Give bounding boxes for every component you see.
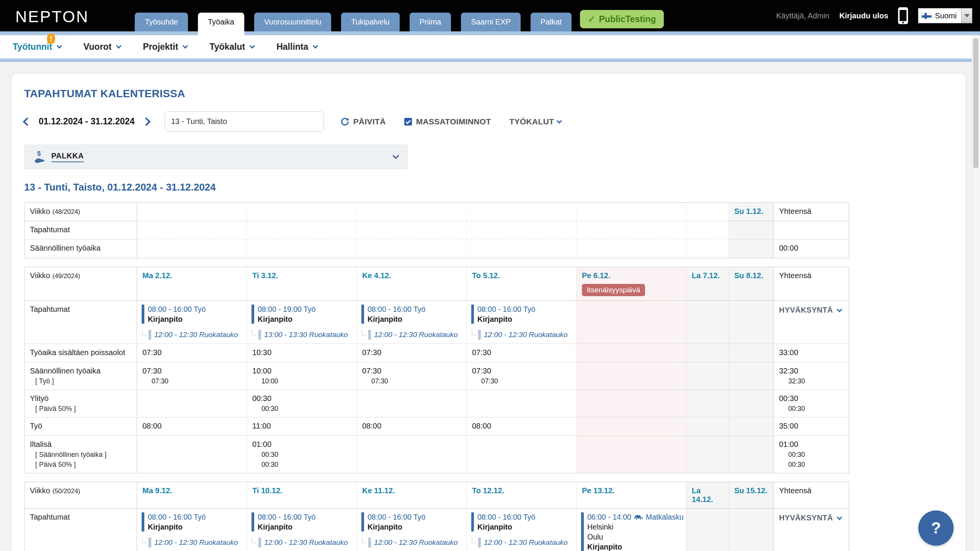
events-cell: 08:00 - 19:00 TyöKirjanpito13:00 - 13:30… xyxy=(247,301,357,344)
day-header-label: Su 15.12. xyxy=(734,486,768,495)
event[interactable]: 08:00 - 16:00 TyöKirjanpito xyxy=(252,512,352,531)
event[interactable]: 08:00 - 16:00 TyöKirjanpito xyxy=(471,305,572,324)
events-cell xyxy=(247,221,357,240)
break-event[interactable]: 13:00 - 13:30 Ruokatauko xyxy=(252,330,352,340)
tab-tukipalvelu[interactable]: Tukipalvelu xyxy=(341,13,399,31)
row-label-cell: Työaika sisältäen poissaolot xyxy=(24,344,137,362)
nepton-logo[interactable]: NEPTON xyxy=(15,8,89,26)
day-header-cell[interactable]: Su 15.12. xyxy=(729,482,774,509)
value: 01:00 xyxy=(252,440,351,449)
events-cell: 08:00 - 16:00 TyöKirjanpito12:00 - 12:30… xyxy=(137,301,247,344)
event[interactable]: 08:00 - 19:00 TyöKirjanpito xyxy=(252,305,352,324)
language-select[interactable]: Suomi xyxy=(918,8,972,23)
day-header-cell[interactable]: Ti 3.12. xyxy=(247,267,357,301)
event[interactable]: 08:00 - 16:00 TyöKirjanpito xyxy=(142,512,242,531)
day-header-cell[interactable]: To 12.12. xyxy=(467,482,577,509)
day-header-cell[interactable]: La 7.12. xyxy=(686,267,729,301)
value-cell: 07:3007:30 xyxy=(467,362,577,390)
approval-dropdown[interactable]: HYVÄKSYNTÄ xyxy=(779,513,843,522)
refresh-button[interactable]: PÄIVITÄ xyxy=(340,117,386,127)
next-period-button[interactable] xyxy=(142,117,150,126)
help-button[interactable]: ? xyxy=(918,510,954,546)
day-header-cell[interactable]: To 5.12. xyxy=(467,267,577,301)
break-event[interactable]: 12:00 - 12:30 Ruokatauko xyxy=(361,330,462,340)
event-time-text: 08:00 - 16:00 Työ xyxy=(477,513,535,522)
week-label-cell: Viikko(50/2024) xyxy=(24,482,137,509)
value: 00:30 xyxy=(779,394,843,403)
day-header-cell[interactable]: Pe 13.12. xyxy=(577,482,686,509)
break-connector-icon xyxy=(362,538,366,543)
nav-item-työtunnit[interactable]: Työtunnit! xyxy=(13,42,61,52)
events-total-cell: HYVÄKSYNTÄ xyxy=(774,301,849,344)
day-header-cell[interactable]: Pe 6.12.Itsenäisyyspäivä xyxy=(577,267,686,301)
break-bar xyxy=(478,538,481,548)
nav-item-työkalut[interactable]: Työkalut xyxy=(209,42,254,52)
events-cell xyxy=(357,221,467,240)
nav-item-label: Työtunnit xyxy=(13,42,52,52)
total-header-cell: Yhteensä xyxy=(774,267,849,301)
break-event[interactable]: 12:00 - 12:30 Ruokatauko xyxy=(361,538,462,548)
person-filter-input[interactable] xyxy=(165,111,324,132)
logout-link[interactable]: Kirjaudu ulos xyxy=(840,11,889,20)
day-header-cell[interactable]: Ke 11.12. xyxy=(357,482,467,509)
week-number: (49/2024) xyxy=(52,272,80,280)
break-event[interactable]: 12:00 - 12:30 Ruokatauko xyxy=(142,330,242,340)
event[interactable]: 08:00 - 16:00 TyöKirjanpito xyxy=(361,512,462,531)
break-event[interactable]: 12:00 - 12:30 Ruokatauko xyxy=(471,330,572,340)
event-time: 08:00 - 16:00 Työ xyxy=(148,305,206,314)
nav-item-vuorot[interactable]: Vuorot xyxy=(83,42,121,52)
prev-period-button[interactable] xyxy=(23,117,32,126)
chevron-down-icon xyxy=(183,43,188,48)
break-event[interactable]: 12:00 - 12:30 Ruokatauko xyxy=(142,538,242,548)
scrollbar-thumb[interactable] xyxy=(973,38,978,168)
tab-työsuhde[interactable]: Työsuhde xyxy=(135,13,188,31)
day-header-cell[interactable]: Su 1.12. xyxy=(729,203,774,221)
date-range-label: 01.12.2024 - 31.12.2024 xyxy=(39,116,135,127)
event-body: 08:00 - 16:00 TyöKirjanpito xyxy=(368,512,425,531)
event[interactable]: 08:00 - 16:00 TyöKirjanpito xyxy=(361,305,462,324)
day-header-cell[interactable]: Ma 2.12. xyxy=(137,267,247,301)
value-cell: 10:0010:00 xyxy=(247,362,357,390)
day-header-label: Ke 11.12. xyxy=(362,486,461,495)
event[interactable]: 08:00 - 16:00 TyöKirjanpito xyxy=(142,305,242,324)
day-header-label: To 12.12. xyxy=(472,486,571,495)
day-header-cell[interactable]: Ma 9.12. xyxy=(137,482,247,509)
event-bar xyxy=(252,512,254,531)
mass-actions-button[interactable]: MASSATOIMINNOT xyxy=(403,117,491,126)
triangle-down-icon xyxy=(964,14,970,18)
tab-saarni-exp[interactable]: Saarni EXP xyxy=(461,13,520,31)
mobile-phone-icon[interactable] xyxy=(898,7,908,24)
event[interactable]: 08:00 - 16:00 TyöKirjanpito xyxy=(471,512,572,531)
day-header-cell[interactable]: Su 8.12. xyxy=(729,267,774,301)
day-header-cell[interactable]: Ti 10.12. xyxy=(247,482,357,509)
events-cell: 08:00 - 16:00 TyöKirjanpito12:00 - 12:30… xyxy=(137,509,247,551)
approval-dropdown[interactable]: HYVÄKSYNTÄ xyxy=(779,305,843,315)
palkka-section-header[interactable]: $ PALKKA xyxy=(24,145,408,169)
day-header-cell[interactable]: Ke 4.12. xyxy=(357,267,467,301)
scrollbar-track[interactable] xyxy=(972,35,980,551)
tab-vuorosuunnittelu[interactable]: Vuorosuunnittelu xyxy=(254,13,331,31)
break-label: 12:00 - 12:30 Ruokatauko xyxy=(484,331,568,339)
break-event[interactable]: 12:00 - 12:30 Ruokatauko xyxy=(471,538,572,548)
event-bar xyxy=(471,305,474,324)
total-header-label: Yhteensä xyxy=(779,271,812,280)
tools-dropdown-button[interactable]: TYÖKALUT xyxy=(510,117,562,126)
nav-item-projektit[interactable]: Projektit xyxy=(143,42,187,52)
tab-työaika[interactable]: Työaika xyxy=(198,13,244,36)
event-bar xyxy=(471,512,474,531)
event[interactable]: 06:00 - 14:00MatkalaskuHelsinkiOuluKirja… xyxy=(581,512,681,551)
value-cell xyxy=(729,417,774,436)
day-header-label: Ti 3.12. xyxy=(252,271,351,280)
public-testing-button[interactable]: ✓ PublicTesting xyxy=(580,10,663,28)
nav-item-hallinta[interactable]: Hallinta xyxy=(276,42,317,52)
calendar-tables: Viikko(48/2024)Su 1.12.YhteensäTapahtuma… xyxy=(24,202,953,551)
nav-item-label: Projektit xyxy=(143,42,178,52)
week-header-row: Viikko(49/2024)Ma 2.12.Ti 3.12.Ke 4.12.T… xyxy=(24,267,849,301)
event-bar xyxy=(142,512,144,531)
tab-palkat[interactable]: Palkat xyxy=(531,13,572,31)
day-header-cell[interactable]: La 14.12. xyxy=(686,482,729,509)
event-project: Kirjanpito xyxy=(258,523,315,531)
row-label-cell: Säännöllinen työaika[ Työ ] xyxy=(24,362,137,390)
tab-priima[interactable]: Priima xyxy=(410,13,451,31)
break-event[interactable]: 12:00 - 12:30 Ruokatauko xyxy=(252,538,352,548)
